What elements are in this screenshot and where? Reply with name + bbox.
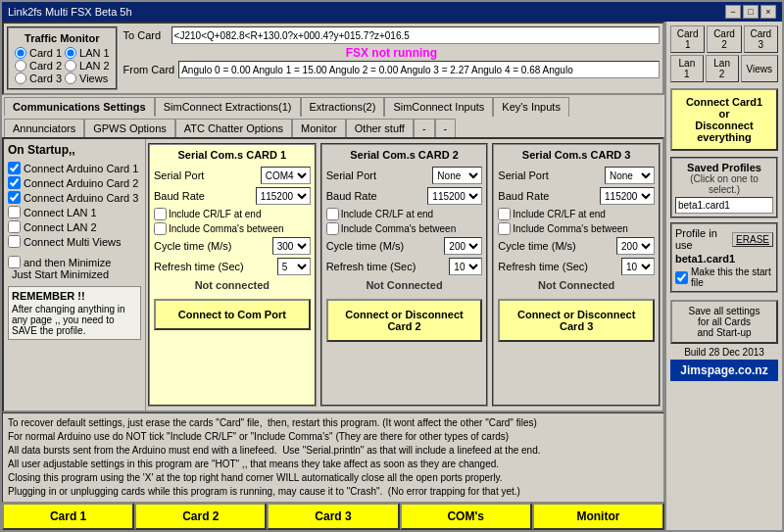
- bottom-tab-card3[interactable]: Card 3: [267, 503, 399, 530]
- card3-refresh-select[interactable]: 10 5 15: [621, 258, 655, 275]
- card2-baud-rate-select[interactable]: 115200 9600 57600: [427, 187, 482, 205]
- card2-title: Serial Com.s CARD 2: [326, 149, 483, 161]
- card1-refresh-select[interactable]: 5 10 15: [277, 258, 311, 275]
- card2-connect-btn[interactable]: Connect or Disconnect Card 2: [326, 299, 483, 342]
- radio-card2[interactable]: [15, 60, 26, 72]
- to-card-input[interactable]: [172, 26, 660, 44]
- card1-serial-port-select[interactable]: COM4 None COM1 COM2 COM3: [261, 167, 311, 184]
- btn-card1[interactable]: Card 1: [670, 25, 705, 53]
- tab-gpws-options[interactable]: GPWS Options: [84, 119, 175, 137]
- card2-serial-port-select[interactable]: None COM1 COM2 COM3 COM4: [432, 167, 482, 184]
- profile-in-use-header: Profile in use ERASE: [675, 227, 773, 251]
- btn-lan2[interactable]: Lan 2: [706, 55, 739, 82]
- erase-button[interactable]: ERASE: [732, 232, 773, 247]
- main-content: Traffic Monitor Card 1 LAN 1 Card 2: [2, 22, 782, 530]
- card1-cycle-row: Cycle time (M/s) 300 100 200: [154, 237, 311, 255]
- card3-connect-btn[interactable]: Connect or Disconnect Card 3: [498, 299, 655, 342]
- jimspage[interactable]: Jimspage.co.nz: [670, 360, 778, 381]
- card3-crlf-label: Include CR/LF at end: [513, 209, 606, 219]
- card3-cycle-select[interactable]: 200 100 300: [616, 237, 655, 255]
- tab-communications-settings[interactable]: Communications Settings: [4, 97, 155, 117]
- cb-arduino2[interactable]: [8, 176, 21, 189]
- tab-dash2[interactable]: -: [435, 119, 457, 137]
- card2-serial-port-label: Serial Port: [326, 169, 376, 181]
- from-card-input[interactable]: [178, 61, 660, 78]
- radio-card1-label: Card 1: [29, 47, 62, 59]
- profile-in-use-value: beta1.card1: [675, 253, 773, 265]
- btn-card2[interactable]: Card 2: [707, 25, 741, 53]
- card1-comma-cb[interactable]: [154, 222, 167, 235]
- tab-other-stuff[interactable]: Other stuff: [346, 119, 414, 137]
- card2-crlf-cb[interactable]: [326, 208, 339, 220]
- tab-extractions2[interactable]: Extractions(2): [301, 97, 385, 117]
- startup-cb-lan2: Connect LAN 2: [8, 220, 141, 233]
- left-panel: Traffic Monitor Card 1 LAN 1 Card 2: [2, 22, 664, 530]
- bottom-tab-card2[interactable]: Card 2: [134, 503, 267, 530]
- tab-simconnect-inputs[interactable]: SimConnect Inputs: [384, 97, 493, 117]
- saved-profiles-title: Saved Profiles: [675, 162, 773, 173]
- startup-cb-arduino1: Connect Arduino Card 1: [8, 162, 141, 174]
- cb-lan1[interactable]: [8, 206, 21, 218]
- radio-lan2[interactable]: [65, 60, 76, 72]
- card3-refresh-label: Refresh time (Sec): [498, 261, 588, 272]
- card2-serial-port-row: Serial Port None COM1 COM2 COM3 COM4: [326, 167, 483, 184]
- fsx-status-row: FSX not running: [123, 46, 660, 60]
- profile-in-use-label: Profile in use: [675, 227, 732, 251]
- card3-comma-cb[interactable]: [498, 222, 511, 235]
- btn-card3[interactable]: Card 3: [744, 25, 778, 53]
- radio-row-card2: Card 2 LAN 2: [15, 60, 110, 72]
- card2-cycle-select[interactable]: 200 100 300: [444, 237, 482, 255]
- card1-serial-port-label: Serial Port: [154, 169, 204, 181]
- serial-card-2: Serial Com.s CARD 2 Serial Port None COM…: [320, 143, 489, 407]
- card1-baud-rate-label: Baud Rate: [154, 190, 205, 202]
- disconnect-everything-btn[interactable]: Connect Card1orDisconnect everything: [670, 88, 778, 151]
- card2-refresh-select[interactable]: 10 5 15: [449, 258, 482, 275]
- bottom-tab-monitor[interactable]: Monitor: [532, 503, 664, 530]
- btn-lan1[interactable]: Lan 1: [670, 55, 704, 82]
- card3-baud-rate-select[interactable]: 115200 9600 57600: [600, 187, 655, 205]
- card2-comma-cb[interactable]: [326, 222, 339, 235]
- save-all-btn[interactable]: Save all settingsfor all Cardsand Start-…: [670, 300, 778, 344]
- radio-card3[interactable]: [15, 73, 26, 84]
- cb-multiviews[interactable]: [8, 235, 21, 248]
- tab-monitor[interactable]: Monitor: [292, 119, 346, 137]
- just-start-label: Just Start Minimized: [12, 268, 141, 280]
- card3-crlf-cb[interactable]: [498, 208, 511, 220]
- card1-connect-btn[interactable]: Connect to Com Port: [154, 299, 311, 330]
- cb-arduino1[interactable]: [8, 162, 21, 174]
- minimize-button[interactable]: −: [725, 5, 741, 19]
- card1-baud-rate-select[interactable]: 115200 9600 57600: [256, 187, 311, 205]
- card-select-row1: Card 1 Card 2 Card 3: [670, 25, 778, 53]
- make-startfile-cb[interactable]: [675, 271, 688, 284]
- cb-lan2[interactable]: [8, 220, 21, 233]
- tab-keys-inputs[interactable]: Key's Inputs: [493, 97, 569, 117]
- card3-serial-port-row: Serial Port None COM1 COM2 COM3 COM4: [498, 167, 655, 184]
- cb-minimize[interactable]: [8, 256, 21, 268]
- maximize-button[interactable]: □: [743, 5, 759, 19]
- tab-atc-chatter[interactable]: ATC Chatter Options: [175, 119, 292, 137]
- tab-simconnect-extractions1[interactable]: SimConnect Extractions(1): [155, 97, 301, 117]
- card3-refresh-row: Refresh time (Sec) 10 5 15: [498, 258, 655, 275]
- profile-item[interactable]: beta1.card1: [675, 197, 773, 214]
- card3-serial-port-select[interactable]: None COM1 COM2 COM3 COM4: [605, 167, 655, 184]
- tab-dash1[interactable]: -: [414, 119, 435, 137]
- bottom-tab-coms[interactable]: COM's: [400, 503, 532, 530]
- cb-arduino3[interactable]: [8, 191, 21, 204]
- card1-crlf-cb[interactable]: [154, 208, 167, 220]
- radio-lan1[interactable]: [65, 47, 76, 59]
- top-section: Traffic Monitor Card 1 LAN 1 Card 2: [2, 22, 664, 95]
- card2-status: Not Connected: [326, 279, 483, 291]
- tab-annunciators[interactable]: Annunciators: [4, 119, 84, 137]
- window-controls: − □ ×: [725, 5, 776, 19]
- card1-cycle-select[interactable]: 300 100 200: [272, 237, 311, 255]
- card2-comma-label: Include Comma's between: [341, 223, 457, 234]
- btn-views[interactable]: Views: [741, 55, 779, 82]
- radio-card1[interactable]: [15, 47, 26, 59]
- card2-comma-row: Include Comma's between: [326, 222, 483, 235]
- close-button[interactable]: ×: [760, 5, 776, 19]
- serial-card-3: Serial Com.s CARD 3 Serial Port None COM…: [492, 143, 661, 407]
- cb-minimize-label: and then Minimize: [24, 257, 111, 268]
- radio-views[interactable]: [65, 73, 76, 84]
- bottom-tab-card1[interactable]: Card 1: [2, 503, 134, 530]
- radio-card3-label: Card 3: [29, 73, 62, 84]
